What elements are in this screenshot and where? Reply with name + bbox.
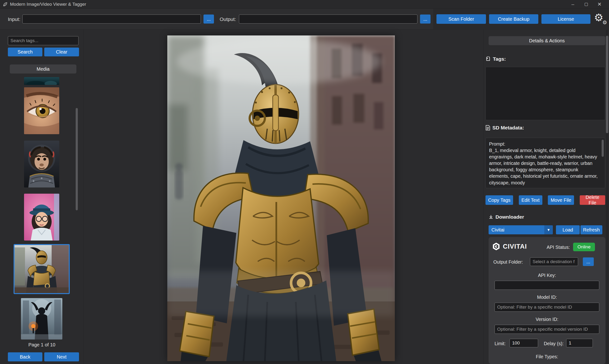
civitai-brand-text: CIVITAI <box>503 243 527 250</box>
sd-metadata-label: SD Metadata: <box>492 125 524 130</box>
main-stage <box>84 29 483 364</box>
civitai-brand-row: CIVITAI <box>492 242 527 251</box>
file-types-label: File Types: <box>489 354 605 360</box>
window-title: Modern Image/Video Viewer & Tagger <box>10 2 86 7</box>
output-path-field[interactable] <box>239 14 417 24</box>
model-id-label: Model ID: <box>489 295 605 300</box>
thumbnail-gold-knight[interactable] <box>13 244 70 294</box>
output-label: Output: <box>220 16 236 22</box>
app-window: Modern Image/Video Viewer & Tagger – ▢ ✕… <box>0 0 609 364</box>
browse-output-button[interactable]: ... <box>420 14 431 24</box>
thumbnail-armored-monkey[interactable] <box>24 141 59 187</box>
license-button[interactable]: License <box>542 14 590 24</box>
thumbnail-eye-closeup[interactable] <box>24 87 59 134</box>
output-folder-browse-button[interactable]: ... <box>583 257 594 266</box>
download-icon <box>489 215 493 219</box>
sidebar: Search Clear Media <box>0 29 84 364</box>
metadata-label-row: SD Metadata: <box>486 125 524 130</box>
file-action-buttons: Copy Tags Edit Text Move File Delete Fil… <box>486 195 605 205</box>
prompt-label: Prompt: <box>489 141 599 147</box>
clear-button[interactable]: Clear <box>44 48 79 56</box>
prompt-text: B_1, medieval armor, knight, detailed go… <box>489 147 599 186</box>
toolbar-right-group: Scan Folder Create Backup License ⚙ ⚙ <box>433 9 609 29</box>
toolbar: Input: ... Output: ... Scan Folder Creat… <box>0 9 609 29</box>
limit-label: Limit: <box>494 341 506 346</box>
tags-box[interactable] <box>486 67 605 120</box>
metadata-scrollbar[interactable] <box>602 140 604 157</box>
load-button[interactable]: Load <box>556 225 580 234</box>
settings-gear-icon[interactable]: ⚙ ⚙ <box>594 12 607 26</box>
delay-input[interactable] <box>566 339 593 347</box>
limit-input[interactable] <box>510 339 538 347</box>
downloader-source-select[interactable]: Civitai ▾ <box>489 225 553 234</box>
output-folder-label: Output Folder: <box>493 259 523 265</box>
search-button[interactable]: Search <box>8 48 42 56</box>
window-controls: – ▢ ✕ <box>566 0 606 8</box>
metadata-box[interactable]: Prompt: B_1, medieval armor, knight, det… <box>486 138 605 188</box>
downloader-label: Downloader <box>495 214 524 220</box>
scan-folder-button[interactable]: Scan Folder <box>437 14 486 24</box>
delete-file-button[interactable]: Delete File <box>580 195 605 205</box>
chevron-down-icon: ▾ <box>544 225 553 234</box>
thumbnail-partial-top[interactable] <box>24 77 59 85</box>
back-button[interactable]: Back <box>8 352 42 361</box>
next-button[interactable]: Next <box>44 352 79 361</box>
move-file-button[interactable]: Move File <box>548 195 574 205</box>
tags-label: Tags: <box>493 56 506 62</box>
details-actions-header: Details & Actions <box>489 36 605 45</box>
window-scrollbar-thumb[interactable] <box>606 36 608 133</box>
output-folder-input[interactable] <box>530 257 578 266</box>
api-status-label: API Status: <box>547 245 570 250</box>
main-image-knight <box>167 36 395 361</box>
create-backup-button[interactable]: Create Backup <box>489 14 538 24</box>
civitai-logo-icon <box>492 242 501 251</box>
civitai-panel: CIVITAI API Status: Online Output Folder… <box>489 237 605 364</box>
api-key-label: API Key: <box>489 273 605 278</box>
page-status: Page 1 of 10 <box>0 342 84 348</box>
tag-icon <box>486 56 491 62</box>
api-key-input[interactable] <box>494 281 599 290</box>
close-icon[interactable]: ✕ <box>593 0 606 8</box>
titlebar: Modern Image/Video Viewer & Tagger – ▢ ✕ <box>0 0 609 9</box>
source-selected-value: Civitai <box>491 227 504 233</box>
refresh-button[interactable]: Refresh <box>581 225 602 234</box>
search-tags-input[interactable] <box>8 36 79 45</box>
thumbnail-horned-figure[interactable] <box>21 298 62 339</box>
maximize-icon[interactable]: ▢ <box>580 0 593 8</box>
window-scrollbar-track[interactable] <box>606 30 608 364</box>
version-id-label: Version ID: <box>489 317 605 322</box>
model-id-input[interactable] <box>494 303 599 312</box>
browse-input-button[interactable]: ... <box>203 14 214 24</box>
copy-tags-button[interactable]: Copy Tags <box>486 195 513 205</box>
thumbnail-woman-blue-hat[interactable] <box>24 194 59 241</box>
tags-label-row: Tags: <box>486 56 506 62</box>
edit-text-button[interactable]: Edit Text <box>519 195 542 205</box>
app-icon <box>3 2 8 7</box>
details-panel: Details & Actions Tags: SD Metadata: Pro… <box>483 29 606 364</box>
downloader-label-row: Downloader <box>489 214 524 220</box>
api-status-badge: Online <box>573 243 595 251</box>
media-header: Media <box>10 65 76 74</box>
version-id-input[interactable] <box>494 325 599 334</box>
media-list-scrollbar[interactable] <box>76 108 78 210</box>
document-icon <box>486 125 490 130</box>
delay-label: Delay (s): <box>544 341 564 346</box>
minimize-icon[interactable]: – <box>566 0 580 8</box>
input-path-field[interactable] <box>22 14 201 24</box>
input-label: Input: <box>8 16 20 22</box>
